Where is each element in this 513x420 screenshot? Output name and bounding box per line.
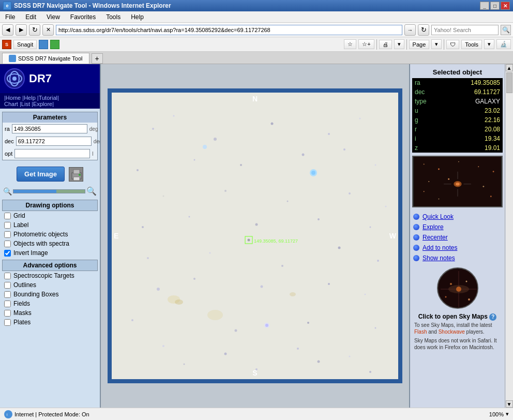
print-dropdown[interactable]: ▾	[394, 39, 404, 49]
menu-edit[interactable]: Edit	[22, 12, 39, 22]
action-explore[interactable]: Explore	[412, 222, 503, 232]
sdss-logo-icon	[4, 68, 25, 89]
sky-map-image[interactable]	[437, 267, 478, 309]
dec-label: dec	[5, 138, 14, 144]
new-tab-button[interactable]: +	[92, 53, 103, 64]
safety-button[interactable]: 🛡	[446, 40, 459, 49]
menu-file[interactable]: File	[2, 12, 18, 22]
sky-maps-label[interactable]: Click to open Sky Maps ?	[412, 313, 503, 321]
flash-link[interactable]: Flash	[414, 329, 427, 335]
go-button[interactable]: →	[404, 24, 416, 36]
map-inner[interactable]: 149.35085, 69.11727	[112, 93, 398, 379]
favorites-button[interactable]: ☆	[344, 39, 356, 49]
tab-navigate[interactable]: SDSS DR7 Navigate Tool	[2, 53, 89, 64]
zoom-slider[interactable]	[13, 189, 85, 193]
tools-dropdown[interactable]: ▾	[484, 39, 494, 49]
search-button[interactable]: 🔍	[501, 25, 511, 35]
grid-checkbox[interactable]	[4, 213, 11, 219]
page-button[interactable]: Page	[409, 40, 430, 49]
close-button[interactable]: ✕	[501, 2, 510, 10]
quick-look-link[interactable]: Quick Look	[423, 213, 454, 220]
scroll-thumb[interactable]	[506, 72, 512, 93]
menu-help[interactable]: Help	[128, 12, 147, 22]
refresh-icon[interactable]: ↻	[418, 24, 429, 36]
label-checkbox[interactable]	[4, 222, 11, 229]
explore-link[interactable]: Explore	[423, 223, 444, 231]
compass-north: N	[252, 95, 258, 103]
action-show-notes[interactable]: Show notes	[412, 253, 503, 263]
tools-button[interactable]: Tools	[461, 40, 482, 49]
invert-checkbox[interactable]	[4, 250, 11, 257]
masks-checkbox[interactable]	[4, 310, 11, 317]
map-area[interactable]: N S E W	[101, 64, 409, 408]
outlines-checkbox[interactable]	[4, 282, 11, 289]
menu-tools[interactable]: Tools	[103, 12, 124, 22]
get-image-button[interactable]: Get Image	[17, 167, 65, 182]
minimize-button[interactable]: _	[480, 2, 489, 10]
zoom-out-icon[interactable]: 🔍	[3, 187, 12, 196]
action-add-notes[interactable]: Add to notes	[412, 243, 503, 253]
link-chart[interactable]: Chart	[4, 101, 18, 107]
maximize-button[interactable]: □	[490, 2, 500, 10]
svg-point-67	[458, 161, 459, 162]
research-button[interactable]: 🔬	[496, 39, 511, 49]
forward-button[interactable]: ▶	[16, 24, 27, 36]
zoom-in-icon[interactable]: 🔍	[86, 186, 97, 196]
ra-input[interactable]	[12, 124, 87, 133]
svg-point-24	[224, 190, 227, 192]
link-explore[interactable]: Explore	[33, 101, 52, 107]
zoom-level: 100%	[489, 411, 504, 417]
menu-view[interactable]: View	[43, 12, 63, 22]
address-input[interactable]	[56, 25, 402, 35]
toolbar-icon1[interactable]	[39, 40, 48, 49]
show-notes-link[interactable]: Show notes	[423, 254, 455, 262]
add-favorites-button[interactable]: ☆+	[358, 39, 374, 49]
back-button[interactable]: ◀	[2, 24, 13, 36]
mini-sky-image[interactable]	[412, 156, 503, 207]
svg-point-8	[152, 128, 154, 130]
printer-icon[interactable]	[69, 167, 83, 182]
link-help[interactable]: Help	[24, 95, 36, 101]
dec-input[interactable]	[16, 137, 92, 146]
search-input[interactable]	[431, 25, 499, 35]
link-list[interactable]: List	[21, 101, 30, 107]
link-home[interactable]: Home	[6, 95, 21, 101]
plates-label: Plates	[13, 319, 31, 326]
svg-point-9	[173, 115, 175, 117]
shockwave-link[interactable]: Shockwave	[439, 329, 465, 335]
photometric-checkbox[interactable]	[4, 231, 11, 238]
sdss-links: |Home |Help |Tutorial| Chart |List |Expl…	[0, 93, 100, 109]
opt-input[interactable]	[14, 149, 90, 158]
add-notes-link[interactable]: Add to notes	[423, 244, 457, 251]
svg-point-87	[450, 283, 452, 285]
zoom-dropdown-icon[interactable]: ▾	[506, 411, 509, 417]
svg-point-12	[328, 133, 330, 135]
fields-checkbox[interactable]	[4, 301, 11, 307]
scrollbar[interactable]: ▲ ▼	[505, 64, 513, 408]
object-table: ra 149.35085 dec 69.11727 type GALAXY u …	[412, 78, 503, 153]
link-tutorial[interactable]: Tutorial	[39, 95, 57, 101]
scroll-up-button[interactable]: ▲	[506, 64, 513, 71]
z-label: z	[412, 143, 442, 153]
scroll-down-button[interactable]: ▼	[506, 400, 513, 408]
toolbar-icon2[interactable]	[50, 40, 59, 49]
action-quick-look[interactable]: Quick Look	[412, 212, 503, 222]
status-bar: i Internet | Protected Mode: On 100% ▾	[0, 408, 513, 420]
action-recenter[interactable]: Recenter	[412, 232, 503, 243]
map-frame[interactable]: N S E W	[108, 88, 402, 383]
page-dropdown[interactable]: ▾	[431, 39, 442, 49]
stop-button[interactable]: ✕	[42, 24, 54, 36]
scroll-track[interactable]	[506, 71, 513, 400]
plates-checkbox[interactable]	[4, 319, 11, 326]
refresh-button[interactable]: ↻	[29, 24, 40, 36]
print-button[interactable]: 🖨	[379, 40, 392, 49]
svg-point-88	[465, 281, 467, 282]
menu-favorites[interactable]: Favorites	[67, 12, 99, 22]
snagit-button[interactable]: Snagit	[13, 40, 37, 49]
help-icon[interactable]: ?	[489, 313, 496, 321]
bounding-checkbox[interactable]	[4, 291, 11, 298]
params-title: Parameters	[3, 112, 97, 123]
recenter-link[interactable]: Recenter	[423, 234, 448, 241]
spectroscopic-checkbox[interactable]	[4, 273, 11, 279]
spectra-checkbox[interactable]	[4, 241, 11, 247]
